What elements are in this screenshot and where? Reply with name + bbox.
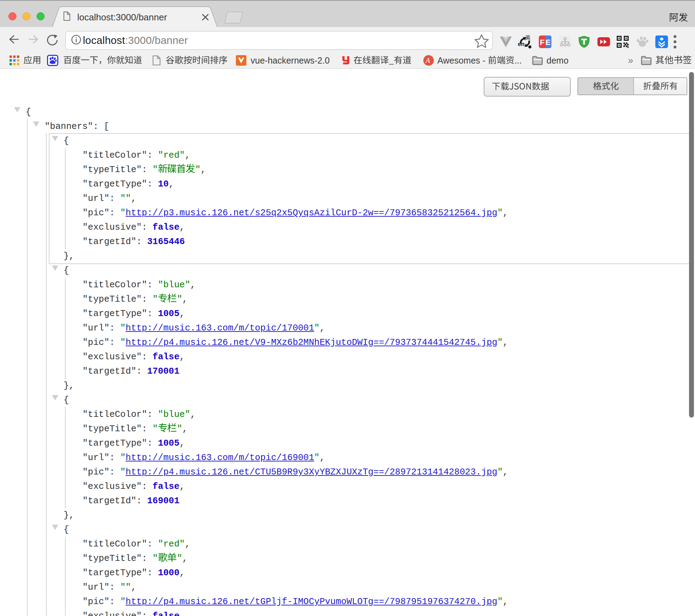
svg-text:F: F — [540, 38, 544, 47]
svg-text:en: en — [518, 41, 525, 47]
svg-text:E: E — [545, 38, 551, 47]
svg-text:A: A — [425, 56, 430, 65]
